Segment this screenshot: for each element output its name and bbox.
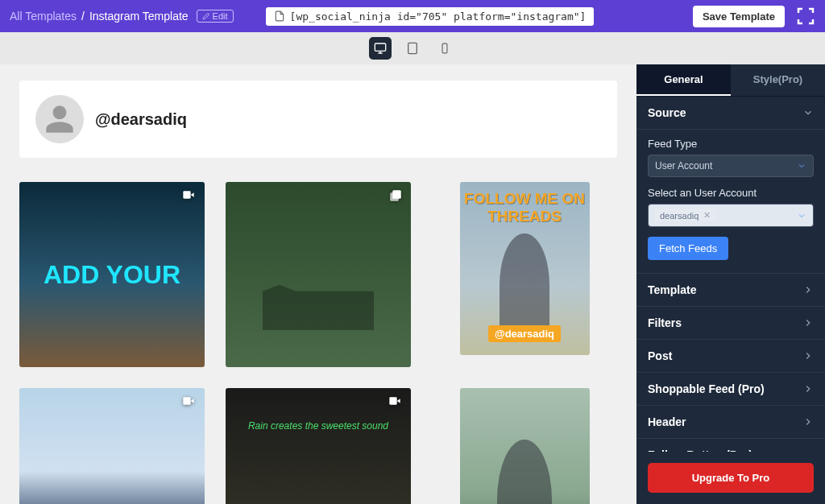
breadcrumb-current: Instagram Template bbox=[89, 10, 189, 23]
chevron-down-icon bbox=[797, 161, 806, 171]
video-icon bbox=[387, 395, 403, 407]
section-follow-button[interactable]: Follow Button (Pro) bbox=[636, 439, 825, 452]
preview-pane[interactable]: @dearsadiq ADD YOUR FOLLOW ME ON THREADS… bbox=[0, 64, 636, 504]
section-source-body: Feed Type User Account Select an User Ac… bbox=[636, 130, 825, 274]
save-template-button[interactable]: Save Template bbox=[693, 6, 785, 27]
svg-rect-6 bbox=[183, 397, 190, 404]
breadcrumb-root-link[interactable]: All Templates bbox=[10, 10, 77, 23]
section-filters[interactable]: Filters bbox=[636, 307, 825, 340]
chevron-right-icon bbox=[802, 383, 814, 395]
user-account-select[interactable]: dearsadiq ✕ bbox=[648, 204, 814, 227]
feed-header-card: @dearsadiq bbox=[19, 81, 617, 158]
breadcrumb: All Templates / Instagram Template Edit bbox=[10, 10, 234, 23]
section-title: Template bbox=[648, 283, 696, 296]
main-area: @dearsadiq ADD YOUR FOLLOW ME ON THREADS… bbox=[0, 64, 825, 504]
shortcode-box[interactable]: [wp_social_ninja id="705" platform="inst… bbox=[266, 7, 595, 26]
mobile-device-button[interactable] bbox=[433, 37, 456, 60]
edit-badge[interactable]: Edit bbox=[197, 10, 234, 23]
feed-type-label: Feed Type bbox=[648, 138, 814, 150]
chevron-right-icon bbox=[802, 416, 814, 428]
chevron-down-icon bbox=[802, 107, 814, 118]
post-overlay-text: ADD YOUR bbox=[44, 262, 180, 287]
svg-rect-5 bbox=[390, 192, 399, 201]
file-icon bbox=[274, 10, 285, 22]
mobile-icon bbox=[439, 43, 450, 54]
carousel-icon bbox=[388, 188, 403, 203]
section-template[interactable]: Template bbox=[636, 274, 825, 307]
feed-type-select[interactable]: User Account bbox=[648, 155, 814, 177]
svg-rect-7 bbox=[389, 397, 396, 404]
desktop-icon bbox=[374, 42, 387, 55]
section-source-header[interactable]: Source bbox=[636, 97, 825, 130]
tablet-icon bbox=[406, 42, 419, 55]
svg-rect-3 bbox=[183, 191, 190, 198]
tab-style[interactable]: Style(Pro) bbox=[731, 64, 825, 96]
tab-general[interactable]: General bbox=[636, 64, 731, 96]
select-account-label: Select an User Account bbox=[648, 187, 814, 199]
section-title: Follow Button (Pro) bbox=[648, 448, 752, 452]
video-icon bbox=[180, 188, 197, 201]
feed-post[interactable] bbox=[19, 388, 205, 504]
username: @dearsadiq bbox=[95, 110, 187, 129]
section-header[interactable]: Header bbox=[636, 406, 825, 439]
feed-post[interactable] bbox=[460, 388, 590, 504]
upgrade-to-pro-button[interactable]: Upgrade To Pro bbox=[648, 463, 814, 493]
section-shoppable[interactable]: Shoppable Feed (Pro) bbox=[636, 373, 825, 406]
person-icon bbox=[44, 103, 76, 135]
post-quote: Rain creates the sweetest sound bbox=[248, 420, 388, 432]
select-value: User Account bbox=[655, 160, 712, 171]
close-icon[interactable]: ✕ bbox=[703, 210, 711, 221]
video-icon bbox=[180, 395, 197, 407]
feed-post[interactable] bbox=[226, 182, 411, 367]
svg-rect-0 bbox=[375, 43, 385, 51]
svg-rect-2 bbox=[442, 43, 447, 53]
post-tag: @dearsadiq bbox=[488, 325, 561, 342]
feed-post[interactable]: Rain creates the sweetest sound bbox=[226, 388, 411, 504]
sidebar-tabs: General Style(Pro) bbox=[636, 64, 825, 97]
chevron-down-icon bbox=[797, 211, 806, 221]
chevron-right-icon bbox=[802, 317, 814, 328]
pencil-icon bbox=[202, 12, 210, 20]
shortcode-text: [wp_social_ninja id="705" platform="inst… bbox=[290, 10, 587, 23]
section-title: Header bbox=[648, 415, 686, 428]
breadcrumb-separator: / bbox=[81, 10, 85, 23]
fullscreen-icon[interactable] bbox=[796, 6, 815, 26]
device-bar bbox=[0, 32, 825, 64]
desktop-device-button[interactable] bbox=[369, 37, 392, 60]
section-title: Shoppable Feed (Pro) bbox=[648, 382, 765, 395]
chevron-right-icon bbox=[802, 350, 814, 361]
chevron-right-icon bbox=[802, 284, 814, 295]
post-overlay-text: FOLLOW ME ON THREADS bbox=[460, 190, 590, 225]
feed-post[interactable]: FOLLOW ME ON THREADS @dearsadiq bbox=[460, 182, 590, 355]
top-bar: All Templates / Instagram Template Edit … bbox=[0, 0, 825, 32]
chip-label: dearsadiq bbox=[660, 211, 699, 221]
section-title: Post bbox=[648, 349, 672, 362]
avatar bbox=[35, 95, 84, 143]
chevron-right-icon bbox=[802, 449, 814, 452]
tablet-device-button[interactable] bbox=[401, 37, 424, 60]
section-post[interactable]: Post bbox=[636, 340, 825, 373]
edit-label: Edit bbox=[213, 11, 228, 21]
settings-panel[interactable]: Source Feed Type User Account Select an … bbox=[636, 97, 825, 452]
section-title: Filters bbox=[648, 316, 682, 329]
settings-sidebar: General Style(Pro) Source Feed Type User… bbox=[636, 64, 825, 504]
section-title: Source bbox=[648, 106, 686, 119]
feed-grid: ADD YOUR FOLLOW ME ON THREADS @dearsadiq… bbox=[0, 174, 636, 504]
feed-post[interactable]: ADD YOUR bbox=[19, 182, 205, 367]
fetch-feeds-button[interactable]: Fetch Feeds bbox=[648, 237, 728, 260]
account-chip[interactable]: dearsadiq ✕ bbox=[655, 209, 715, 221]
